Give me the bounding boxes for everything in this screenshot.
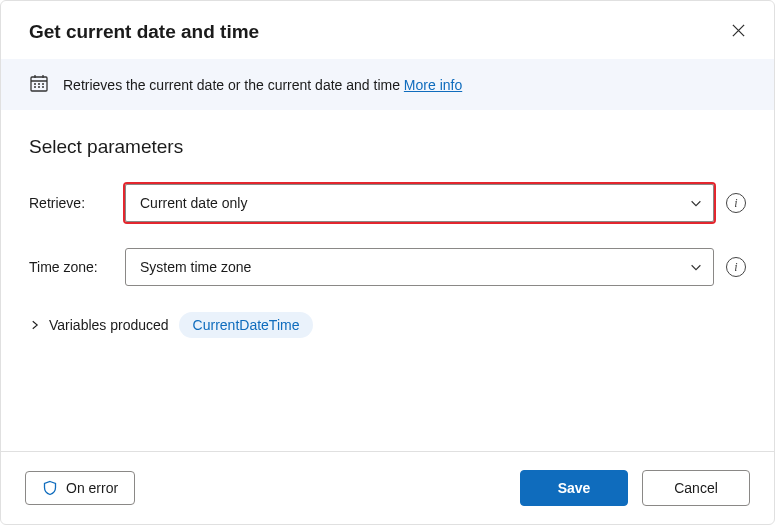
cancel-button[interactable]: Cancel [642,470,750,506]
close-icon [731,23,746,38]
chevron-down-icon [689,260,703,274]
content: Select parameters Retrieve: Current date… [1,110,774,451]
retrieve-select[interactable]: Current date only [125,184,714,222]
footer-actions: Save Cancel [520,470,750,506]
timezone-info-icon[interactable]: i [726,257,746,277]
retrieve-select-value: Current date only [140,195,247,211]
dialog-footer: On error Save Cancel [1,451,774,524]
dialog-header: Get current date and time [1,1,774,59]
close-button[interactable] [727,19,750,45]
more-info-link[interactable]: More info [404,77,462,93]
chevron-right-icon [29,319,41,331]
on-error-label: On error [66,480,118,496]
variable-chip[interactable]: CurrentDateTime [179,312,314,338]
retrieve-info-icon[interactable]: i [726,193,746,213]
save-button[interactable]: Save [520,470,628,506]
timezone-label: Time zone: [29,259,113,275]
param-row-timezone: Time zone: System time zone i [29,248,746,286]
variables-label: Variables produced [49,317,169,333]
on-error-button[interactable]: On error [25,471,135,505]
variables-toggle[interactable]: Variables produced [29,317,169,333]
info-bar: Retrieves the current date or the curren… [1,59,774,110]
shield-icon [42,480,58,496]
chevron-down-icon [689,196,703,210]
retrieve-label: Retrieve: [29,195,113,211]
info-text: Retrieves the current date or the curren… [63,77,462,93]
dialog-title: Get current date and time [29,21,259,43]
timezone-select[interactable]: System time zone [125,248,714,286]
calendar-icon [29,73,49,96]
section-title: Select parameters [29,136,746,158]
timezone-select-value: System time zone [140,259,251,275]
variables-produced-row: Variables produced CurrentDateTime [29,312,746,338]
param-row-retrieve: Retrieve: Current date only i [29,184,746,222]
